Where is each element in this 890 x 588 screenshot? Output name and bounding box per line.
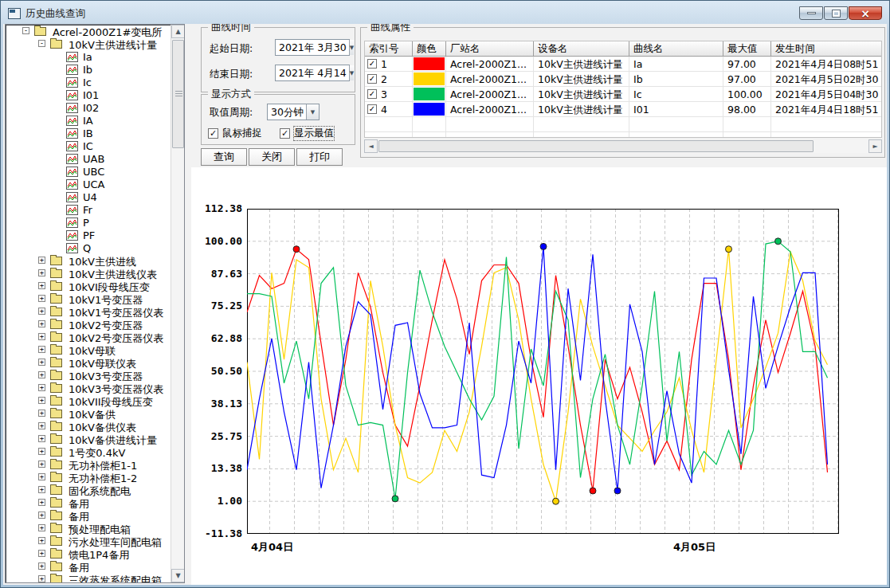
- row-checkbox[interactable]: ✓: [367, 89, 377, 99]
- tree-item[interactable]: +污水处理车间配电箱: [6, 535, 171, 547]
- tree-item-label[interactable]: PF: [83, 229, 95, 241]
- tree-item[interactable]: P: [6, 216, 171, 229]
- tree-item[interactable]: +10kV3号变压器: [6, 369, 171, 382]
- tree-item[interactable]: PF: [6, 229, 171, 241]
- expand-icon[interactable]: +: [38, 295, 45, 302]
- tree-item[interactable]: Q: [6, 241, 171, 254]
- tree-item-label[interactable]: P: [83, 217, 89, 229]
- tree-item[interactable]: Ib: [6, 63, 171, 76]
- scroll-down-button[interactable]: ▼: [171, 569, 185, 582]
- table-row[interactable]: ✓1Acrel-2000Z1...10kV主供进线计量Ia97.002021年4…: [365, 57, 882, 72]
- tree-item-label[interactable]: IB: [83, 127, 93, 139]
- column-header[interactable]: 曲线名: [629, 41, 723, 57]
- scroll-thumb[interactable]: [172, 40, 184, 148]
- end-date-combo[interactable]: 2021年 4月14 ▼: [275, 65, 350, 81]
- tree-item[interactable]: +备用: [6, 560, 171, 573]
- expand-icon[interactable]: +: [38, 473, 45, 480]
- chevron-down-icon[interactable]: ▼: [349, 65, 354, 80]
- tree-item[interactable]: Ia: [6, 50, 171, 63]
- expand-icon[interactable]: +: [38, 575, 45, 582]
- tree-item[interactable]: +馈电1P4备用: [6, 547, 171, 560]
- tree-item[interactable]: +10kV母联仪表: [6, 356, 171, 369]
- tree-item[interactable]: IB: [6, 127, 171, 139]
- expand-icon[interactable]: +: [38, 563, 45, 570]
- column-header[interactable]: 最大值: [723, 41, 771, 57]
- table-hscrollbar[interactable]: ◄ ►: [364, 139, 882, 153]
- chevron-down-icon[interactable]: ▼: [306, 104, 319, 120]
- expand-icon[interactable]: +: [38, 333, 45, 340]
- tree-item[interactable]: +无功补偿柜1-1: [6, 458, 171, 471]
- tree-item[interactable]: +10kV备供进线计量: [6, 433, 171, 445]
- tree-item[interactable]: +10kV备供: [6, 407, 171, 420]
- expand-icon[interactable]: +: [38, 359, 45, 366]
- tree-item-label[interactable]: Ib: [83, 64, 92, 76]
- tree-item[interactable]: -Acrel-2000Z1#变电所: [6, 25, 171, 37]
- table-row[interactable]: ✓4Acrel-2000Z1...10kV主供进线计量I0198.002021年…: [365, 102, 882, 117]
- tree-item-label[interactable]: UCA: [83, 178, 105, 190]
- plot-area[interactable]: [247, 209, 839, 534]
- tree-item-label[interactable]: U4: [83, 191, 97, 203]
- expand-icon[interactable]: +: [38, 371, 45, 378]
- tree-item[interactable]: +10kV2号变压器: [6, 318, 171, 331]
- tree-item[interactable]: Fr: [6, 203, 171, 216]
- expand-icon[interactable]: +: [38, 448, 45, 455]
- expand-icon[interactable]: +: [38, 550, 45, 557]
- tree-item-label[interactable]: IA: [83, 115, 93, 127]
- tree-item-label[interactable]: Fr: [83, 204, 92, 216]
- chevron-down-icon[interactable]: ▼: [349, 40, 354, 55]
- tree-item[interactable]: +10kVII段母线压变: [6, 394, 171, 407]
- tree-item[interactable]: +三效蒸发系统配电箱: [6, 573, 171, 582]
- expand-icon[interactable]: +: [38, 537, 45, 544]
- tree-scrollbar[interactable]: ▲ ▼: [171, 25, 184, 582]
- tree-item-label[interactable]: Q: [83, 242, 91, 254]
- expand-icon[interactable]: +: [38, 512, 45, 519]
- expand-icon[interactable]: +: [38, 320, 45, 327]
- tree-item[interactable]: +备用: [6, 509, 171, 522]
- expand-icon[interactable]: +: [38, 384, 45, 391]
- print-button[interactable]: 打印: [296, 148, 343, 166]
- collapse-icon[interactable]: -: [22, 27, 29, 34]
- expand-icon[interactable]: +: [38, 269, 45, 276]
- query-button[interactable]: 查询: [201, 148, 247, 166]
- tree-item[interactable]: +10kV1号变压器: [6, 292, 171, 305]
- tree-item-label[interactable]: 三效蒸发系统配电箱: [69, 574, 162, 582]
- row-checkbox[interactable]: ✓: [367, 104, 377, 114]
- scroll-left-button[interactable]: ◄: [364, 139, 378, 153]
- tree-item[interactable]: +10kV3号变压器仪表: [6, 382, 171, 394]
- expand-icon[interactable]: +: [38, 397, 45, 404]
- expand-icon[interactable]: +: [38, 499, 45, 506]
- collapse-icon[interactable]: -: [38, 40, 45, 47]
- period-combo[interactable]: 30分钟 ▼: [267, 104, 320, 120]
- tree-item[interactable]: +10kV母联: [6, 343, 171, 356]
- tree-item[interactable]: +10kV备供仪表: [6, 420, 171, 433]
- expand-icon[interactable]: +: [38, 422, 45, 429]
- show-extremes-checkbox[interactable]: ✓ 显示最值: [280, 127, 334, 140]
- tree-item-label[interactable]: Ia: [83, 51, 92, 63]
- tree-item-label[interactable]: I02: [83, 102, 99, 114]
- mouse-capture-checkbox[interactable]: ✓ 鼠标捕捉: [208, 127, 262, 140]
- tree-item[interactable]: +10kVI段母线压变: [6, 280, 171, 292]
- expand-icon[interactable]: +: [38, 524, 45, 531]
- tree-item[interactable]: +10kV主供进线: [6, 254, 171, 267]
- scroll-up-button[interactable]: ▲: [171, 25, 185, 38]
- column-header[interactable]: 颜色: [413, 41, 446, 57]
- column-header[interactable]: 发生时间: [771, 41, 882, 57]
- tree-item[interactable]: U4: [6, 190, 171, 203]
- tree-item-label[interactable]: UBC: [83, 166, 104, 178]
- expand-icon[interactable]: +: [38, 461, 45, 468]
- start-date-combo[interactable]: 2021年 3月30 ▼: [275, 39, 350, 56]
- tree-item[interactable]: +固化系统配电: [6, 484, 171, 496]
- tree-item[interactable]: +10kV2号变压器仪表: [6, 331, 171, 343]
- column-header[interactable]: 索引号: [365, 41, 413, 57]
- expand-icon[interactable]: +: [38, 435, 45, 442]
- row-checkbox[interactable]: ✓: [367, 74, 377, 84]
- tree-item[interactable]: +10kV1号变压器仪表: [6, 305, 171, 318]
- tree-item-label[interactable]: Ic: [83, 76, 92, 88]
- scroll-thumb[interactable]: [378, 140, 814, 152]
- table-row[interactable]: ✓2Acrel-2000Z1...10kV主供进线计量Ib97.002021年4…: [365, 72, 882, 87]
- tree-item[interactable]: +10kV主供进线仪表: [6, 267, 171, 280]
- expand-icon[interactable]: +: [38, 257, 45, 264]
- tree-item[interactable]: -10kV主供进线计量: [6, 37, 171, 50]
- tree-item[interactable]: IC: [6, 139, 171, 152]
- row-checkbox[interactable]: ✓: [367, 59, 377, 69]
